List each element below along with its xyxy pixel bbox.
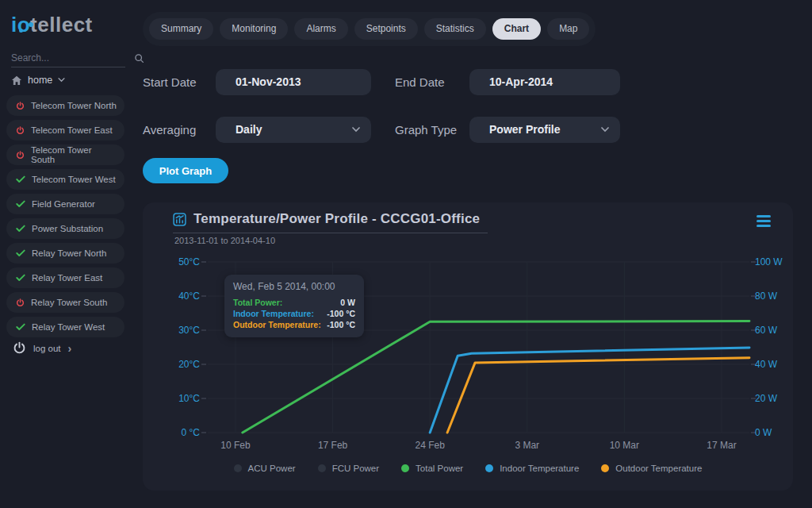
legend-label: Total Power — [416, 464, 463, 473]
y-axis-left-tick: 50°C — [143, 256, 200, 268]
tab-summary[interactable]: Summary — [149, 18, 213, 40]
search-box — [11, 49, 125, 67]
tooltip-row: Outdoor Temperature:-100 °C — [233, 319, 355, 330]
sidebar-item-power-substation[interactable]: Power Substation — [6, 218, 124, 239]
end-date-label: End Date — [395, 69, 445, 96]
chevron-right-icon: › — [68, 342, 72, 355]
device-list: Telecom Tower NorthTelecom Tower EastTel… — [6, 95, 124, 337]
graph-type-select[interactable]: Power Profile — [469, 117, 620, 143]
tab-statistics[interactable]: Statistics — [424, 18, 486, 40]
y-axis-left-tick: 0 °C — [143, 426, 200, 439]
check-icon — [16, 175, 25, 183]
tooltip-series-value: -100 °C — [327, 319, 355, 330]
tab-map[interactable]: Map — [547, 18, 589, 40]
tab-monitoring[interactable]: Monitoring — [220, 18, 288, 40]
legend-dot — [485, 464, 493, 472]
check-icon — [16, 200, 25, 208]
sidebar-item-telecom-tower-north[interactable]: Telecom Tower North — [6, 95, 124, 116]
end-date-input[interactable]: 10-Apr-2014 — [469, 69, 620, 95]
sidebar-item-home[interactable]: home — [11, 75, 65, 86]
sidebar-item-label: Telecom Tower North — [31, 101, 117, 110]
legend-dot — [234, 464, 242, 472]
sidebar-item-relay-tower-north[interactable]: Relay Tower North — [6, 243, 124, 264]
chart-title: Temperature/Power Profile - CCCG01-Offic… — [193, 211, 480, 227]
legend-label: Indoor Temperature — [500, 464, 579, 473]
power-icon — [13, 341, 26, 355]
chevron-down-icon — [601, 127, 609, 133]
sidebar-item-label: Relay Tower East — [32, 273, 102, 283]
sidebar-item-label: Power Substation — [32, 224, 103, 233]
home-label: home — [28, 75, 52, 86]
menu-icon[interactable] — [756, 215, 771, 227]
start-date-value: 01-Nov-2013 — [236, 75, 301, 88]
tooltip-series-label: Indoor Temperature: — [233, 308, 314, 319]
end-date-value: 10-Apr-2014 — [489, 75, 553, 88]
legend-item-fcu-power[interactable]: FCU Power — [318, 464, 379, 473]
averaging-value: Daily — [236, 123, 262, 136]
legend-dot — [318, 464, 326, 472]
sidebar-item-relay-tower-south[interactable]: Relay Tower South — [6, 292, 124, 313]
sidebar-item-relay-tower-east[interactable]: Relay Tower East — [6, 267, 124, 288]
legend-label: FCU Power — [332, 464, 379, 473]
legend-item-outdoor-temperature[interactable]: Outdoor Temperature — [601, 464, 702, 473]
search-icon — [134, 53, 144, 64]
legend-item-acu-power[interactable]: ACU Power — [234, 464, 296, 473]
chart-legend: ACU PowerFCU PowerTotal PowerIndoor Temp… — [143, 464, 793, 473]
y-axis-right-tick: 0 W — [755, 426, 791, 439]
plot-graph-button[interactable]: Plot Graph — [143, 158, 228, 183]
sidebar-item-relay-tower-west[interactable]: Relay Tower West — [6, 317, 124, 337]
tooltip-row: Indoor Temperature:-100 °C — [233, 308, 355, 319]
sidebar-item-field-generator[interactable]: Field Generator — [6, 194, 124, 214]
logo-io-text: io — [11, 13, 30, 37]
tooltip-series-value: -100 °C — [327, 308, 355, 319]
averaging-select[interactable]: Daily — [216, 117, 371, 143]
legend-label: ACU Power — [248, 464, 296, 473]
tooltip-series-label: Outdoor Temperature: — [233, 319, 321, 330]
power-icon — [16, 102, 25, 110]
chart-tooltip: Wed, Feb 5 2014, 00:00 Total Power:0 WIn… — [224, 275, 364, 337]
tab-setpoints[interactable]: Setpoints — [354, 18, 418, 40]
legend-dot — [601, 464, 609, 472]
tab-alarms[interactable]: Alarms — [294, 18, 347, 40]
y-axis-right-tick: 60 W — [755, 324, 791, 337]
x-axis-tick: 17 Mar — [696, 440, 747, 451]
power-icon — [16, 298, 25, 307]
nav-tabs: SummaryMonitoringAlarmsSetpointsStatisti… — [143, 12, 596, 46]
sidebar-item-label: Telecom Tower East — [31, 125, 113, 135]
x-axis-tick: 10 Mar — [599, 440, 649, 451]
check-icon — [16, 225, 25, 233]
legend-item-total-power[interactable]: Total Power — [401, 464, 463, 473]
power-icon — [16, 126, 25, 135]
series-line-outdoor-temperature — [447, 358, 749, 433]
chart-title-block: Temperature/Power Profile - CCCG01-Offic… — [173, 211, 488, 233]
start-date-label: Start Date — [143, 69, 197, 96]
check-icon — [16, 249, 25, 257]
legend-dot — [401, 464, 409, 472]
y-axis-left-tick: 30°C — [143, 324, 200, 337]
tooltip-series-value: 0 W — [340, 297, 355, 308]
search-input[interactable] — [11, 52, 134, 64]
sidebar-item-telecom-tower-west[interactable]: Telecom Tower West — [6, 169, 124, 190]
tab-chart[interactable]: Chart — [492, 18, 541, 40]
chevron-down-icon — [58, 78, 65, 83]
sidebar-item-label: Relay Tower South — [31, 298, 107, 307]
legend-item-indoor-temperature[interactable]: Indoor Temperature — [485, 464, 579, 473]
chevron-down-icon — [352, 127, 360, 133]
start-date-input[interactable]: 01-Nov-2013 — [216, 69, 371, 95]
check-icon — [16, 323, 25, 331]
logout-label: log out — [33, 344, 61, 353]
chart-date-range: 2013-11-01 to 2014-04-10 — [174, 236, 275, 245]
y-axis-left-tick: 40°C — [143, 290, 200, 302]
power-icon — [16, 151, 25, 160]
logout-button[interactable]: log out › — [13, 341, 71, 355]
sidebar-item-telecom-tower-east[interactable]: Telecom Tower East — [6, 120, 124, 140]
tooltip-row: Total Power:0 W — [233, 297, 355, 308]
graph-type-label: Graph Type — [395, 117, 457, 144]
home-icon — [11, 75, 22, 86]
y-axis-left-tick: 10°C — [143, 392, 200, 405]
sidebar-item-telecom-tower-south[interactable]: Telecom Tower South — [6, 144, 124, 165]
y-axis-right-tick: 100 W — [755, 256, 791, 268]
legend-label: Outdoor Temperature — [615, 464, 702, 473]
app-logo: iotellect — [11, 13, 93, 37]
tooltip-header: Wed, Feb 5 2014, 00:00 — [233, 281, 355, 292]
